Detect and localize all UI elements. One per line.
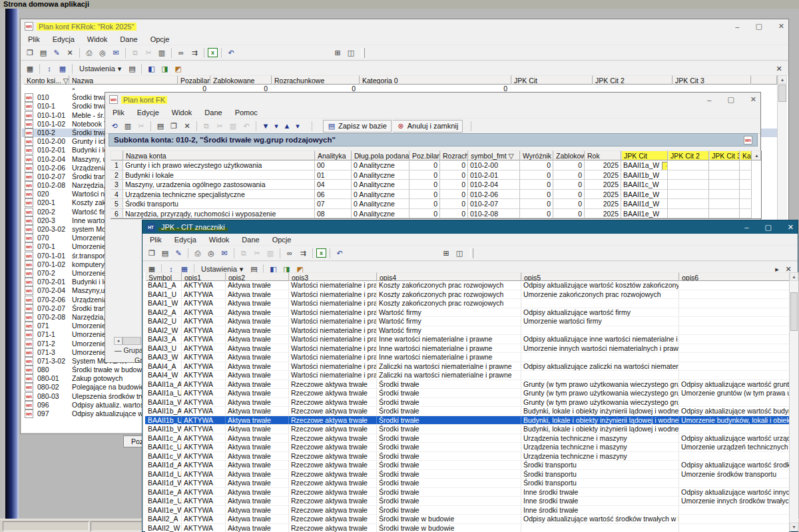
cell: Aktywa trwałe — [226, 425, 289, 433]
cell: Inne wartości niematerialne i prawne — [377, 344, 521, 353]
cell: Aktywa trwałe — [226, 506, 289, 515]
cell: AKTYWA — [182, 416, 226, 425]
table-row[interactable]: BAAI1_WAKTYWAAktywa trwałeWartości niema… — [145, 299, 789, 308]
cell: Środki trwałe — [377, 452, 521, 461]
table-row[interactable]: 2Budynki i lokale010 Analityczne00010-2-… — [111, 170, 761, 180]
wn-doc-icon: wn — [25, 155, 33, 164]
table-row[interactable]: 3Maszyny, urzadzenia ogólnego zastosowan… — [111, 180, 761, 190]
table-row[interactable]: BAAII1b_AAKTYWAAktywa trwałeRzeczowe akt… — [145, 407, 789, 416]
table-row[interactable]: BAAII1c_UAKTYWAAktywa trwałeRzeczowe akt… — [145, 443, 789, 452]
table-row[interactable]: 4Urządzenia techniczne specjalistyczne06… — [111, 190, 761, 200]
table-row[interactable]: BAAII1a_AAKTYWAAktywa trwałeRzeczowe akt… — [145, 380, 789, 390]
hscroll-left-icon[interactable]: ◄ — [114, 337, 123, 345]
cell: BAAII1d_W — [621, 199, 668, 209]
table-row[interactable]: BAAII1a_WAKTYWAAktywa trwałeRzeczowe akt… — [145, 398, 789, 407]
cell — [521, 326, 679, 335]
scroll-down-icon[interactable]: ▼ — [790, 523, 798, 531]
table-row[interactable]: BAAII1b_UAKTYWAAktywa trwałeRzeczowe akt… — [145, 416, 789, 425]
wn-doc-icon: wn — [25, 102, 33, 111]
cell: 08 — [315, 209, 352, 219]
cell: 0 — [409, 180, 440, 190]
cell: 0 — [520, 190, 553, 200]
cell — [679, 344, 790, 353]
cell: Aktywa trwałe — [226, 461, 289, 469]
cell: BAAII1c_W — [146, 452, 182, 461]
cell: Aktywa trwałe — [226, 407, 289, 415]
cell: Środki transportu — [521, 479, 679, 487]
table-row[interactable]: 6Narzędzia, przyrządy, ruchomości i wypo… — [111, 209, 761, 219]
account-number: 010-1 — [37, 102, 72, 111]
table-row[interactable]: BAAII1e_AAKTYWAAktywa trwałeRzeczowe akt… — [145, 488, 789, 497]
scroll-up-icon[interactable]: ▲ — [790, 272, 798, 281]
scroll-up-icon[interactable]: ▲ — [778, 75, 787, 84]
account-number: 020 — [37, 190, 72, 198]
cell: Odpisy aktualizujące wartość gruntów (w … — [679, 380, 790, 389]
cell — [709, 209, 740, 219]
cell: Rzeczowe aktywa trwałe — [289, 380, 377, 389]
cell: Rzeczowe aktywa trwałe — [289, 443, 377, 451]
cell: 0 — [520, 199, 553, 209]
cell: Środki trwałe w budowie — [377, 515, 521, 523]
account-number: 070-2-07 — [37, 304, 72, 313]
cell: Środki trwałe — [377, 497, 521, 505]
table-row[interactable]: BAAII1c_WAKTYWAAktywa trwałeRzeczowe akt… — [145, 452, 789, 461]
table-row[interactable]: BAAII1b_WAKTYWAAktywa trwałeRzeczowe akt… — [145, 425, 789, 434]
cell: Koszty zakończonych prac rozwojowych — [377, 299, 521, 308]
cell: 0 — [409, 209, 440, 219]
cell — [740, 209, 752, 219]
cell: Urządzenia techniczne i maszyny — [521, 452, 679, 461]
table-row[interactable]: BAAII1d_AAKTYWAAktywa trwałeRzeczowe akt… — [145, 461, 789, 470]
cell — [740, 170, 752, 180]
table-row[interactable]: BAAII1e_WAKTYWAAktywa trwałeRzeczowe akt… — [145, 506, 789, 515]
table-row[interactable]: BAAI2_UAKTYWAAktywa trwałeWartości niema… — [145, 317, 789, 326]
table-row[interactable]: BAAII1d_WAKTYWAAktywa trwałeRzeczowe akt… — [145, 479, 789, 488]
scrollbar-thumb[interactable] — [790, 292, 798, 331]
table-row[interactable]: BAAII2_AAKTYWAAktywa trwałeRzeczowe akty… — [145, 515, 789, 524]
cell: BAAII1b_U — [146, 416, 182, 425]
account-number: 010-1-02 — [37, 120, 72, 129]
cell: Rzeczowe aktywa trwałe — [289, 398, 377, 407]
cell: Rzeczowe aktywa trwałe — [289, 497, 377, 505]
table-row[interactable]: BAAII2_WAKTYWAAktywa trwałeRzeczowe akty… — [145, 524, 789, 532]
cell: Zaliczki na wartości niematerialne i pra… — [377, 362, 521, 371]
table-row[interactable]: BAAI1_UAKTYWAAktywa trwałeWartości niema… — [145, 290, 789, 300]
table-row[interactable]: BAAI2_AAKTYWAAktywa trwałeWartości niema… — [145, 308, 789, 318]
cell: Środki trwałe — [377, 380, 521, 389]
table-row[interactable]: BAAII1e_UAKTYWAAktywa trwałeRzeczowe akt… — [145, 497, 789, 506]
cell: BAAII1d_W — [146, 479, 182, 487]
hscroll-thumb[interactable] — [123, 337, 141, 345]
table-row[interactable]: 5Środki transportu070 Analityczne00010-2… — [111, 199, 761, 209]
table-row[interactable]: BAAI2_WAKTYWAAktywa trwałeWartości niema… — [145, 326, 789, 336]
table-row[interactable]: BAAI4_AAKTYWAAktywa trwałeWartości niema… — [145, 362, 789, 372]
cell: Odpisy aktualizujące wartość budynków, l… — [679, 407, 790, 415]
table-row[interactable]: BAAI3_WAKTYWAAktywa trwałeWartości niema… — [145, 353, 789, 362]
win3-vertical-scrollbar[interactable]: ▲ ▼ — [789, 272, 798, 531]
account-number: 071-1 — [37, 330, 72, 339]
cell: 04 — [315, 180, 352, 190]
cell: AKTYWA — [182, 461, 226, 469]
cell: AKTYWA — [182, 326, 226, 335]
table-row[interactable]: BAAI1_AAKTYWAAktywa trwałeWartości niema… — [145, 281, 789, 290]
cell: Inne środki trwałe — [521, 506, 679, 515]
table-row[interactable]: BAAI4_WAKTYWAAktywa trwałeWartości niema… — [145, 371, 789, 380]
wn-doc-icon: wn — [25, 286, 33, 295]
app-home-tab[interactable]: Strona domowa aplikacji — [0, 0, 799, 9]
cell: 010-2-01 — [468, 170, 520, 180]
cell: 5 — [111, 199, 123, 209]
table-row[interactable]: BAAI3_UAKTYWAAktywa trwałeWartości niema… — [145, 344, 789, 354]
cell: Inne wartości niematerialne i prawne — [377, 335, 521, 344]
wn-doc-icon: wn — [25, 181, 33, 190]
cell: Aktywa trwałe — [226, 290, 289, 299]
table-row[interactable]: BAAII1d_UAKTYWAAktywa trwałeRzeczowe akt… — [145, 470, 789, 479]
cell — [679, 362, 790, 371]
cell: Wartości niematerialne i prawne — [289, 290, 377, 299]
cell: 0 Analityczne — [352, 180, 409, 190]
cell: BAAI3_A — [146, 335, 182, 344]
table-row[interactable]: BAAI3_AAKTYWAAktywa trwałeWartości niema… — [145, 335, 789, 344]
table-row[interactable]: BAAII1c_AAKTYWAAktywa trwałeRzeczowe akt… — [145, 434, 789, 443]
cell: 0 — [520, 180, 553, 190]
table-row[interactable]: 1Grunty i ich prawo wieczystego użytkowa… — [111, 160, 761, 170]
ellipsis-button[interactable]: ... — [662, 162, 668, 170]
table-row[interactable]: BAAII1a_UAKTYWAAktywa trwałeRzeczowe akt… — [145, 389, 789, 398]
scrollbar-thumb[interactable] — [778, 85, 786, 102]
